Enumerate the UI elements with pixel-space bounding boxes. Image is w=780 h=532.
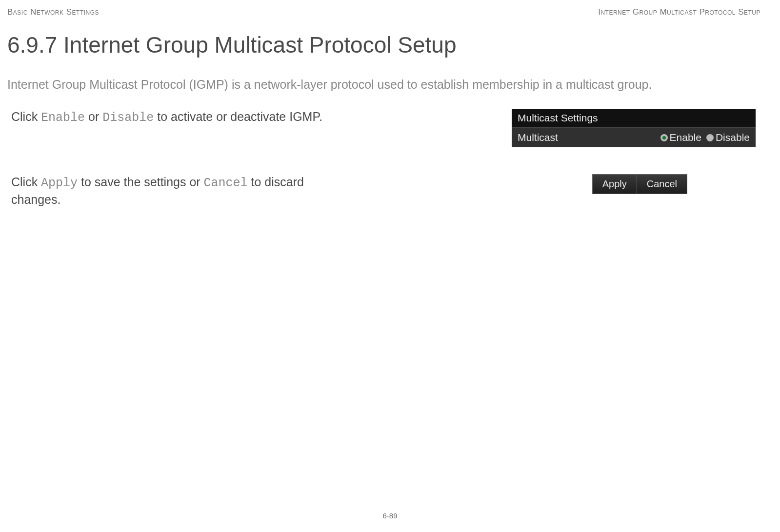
radio-enable[interactable]: Enable <box>660 132 701 143</box>
multicast-row: Multicast Enable Disable <box>512 128 756 147</box>
cancel-button[interactable]: Cancel <box>637 175 687 194</box>
apply-cancel-button-bar: Apply Cancel <box>592 174 687 194</box>
instr2-pre: Click <box>11 175 41 189</box>
panel-title: Multicast Settings <box>512 109 756 128</box>
multicast-label: Multicast <box>518 132 558 143</box>
radio-disable-label: Disable <box>716 132 750 143</box>
instr2-apply: Apply <box>41 176 78 190</box>
instr1-pre: Click <box>11 110 41 123</box>
instr1-enable: Enable <box>41 111 85 125</box>
radio-enable-icon <box>660 134 668 141</box>
multicast-settings-panel: Multicast Settings Multicast Enable Disa… <box>512 109 756 147</box>
instr1-mid: or <box>85 110 102 123</box>
apply-button[interactable]: Apply <box>593 175 637 194</box>
instr2-cancel: Cancel <box>204 176 248 190</box>
page-title: 6.9.7 Internet Group Multicast Protocol … <box>7 32 760 58</box>
instr1-disable: Disable <box>102 111 154 125</box>
radio-enable-label: Enable <box>670 132 701 143</box>
enable-disable-row: Click Enable or Disable to activate or d… <box>7 109 760 147</box>
header-left: Basic Network Settings <box>7 7 99 17</box>
instruction-enable-disable: Click Enable or Disable to activate or d… <box>7 109 322 126</box>
intro-paragraph: Internet Group Multicast Protocol (IGMP)… <box>7 78 760 92</box>
instr1-post: to activate or deactivate IGMP. <box>154 110 322 123</box>
page-number: 6-89 <box>0 512 780 520</box>
multicast-radio-group: Enable Disable <box>660 132 750 143</box>
radio-disable[interactable]: Disable <box>706 132 750 143</box>
radio-disable-icon <box>706 134 714 141</box>
page-header: Basic Network Settings Internet Group Mu… <box>7 7 760 17</box>
instr2-mid: to save the settings or <box>78 175 203 189</box>
apply-cancel-row: Click Apply to save the settings or Canc… <box>7 174 760 208</box>
header-right: Internet Group Multicast Protocol Setup <box>598 7 760 17</box>
instruction-apply-cancel: Click Apply to save the settings or Canc… <box>7 174 349 208</box>
